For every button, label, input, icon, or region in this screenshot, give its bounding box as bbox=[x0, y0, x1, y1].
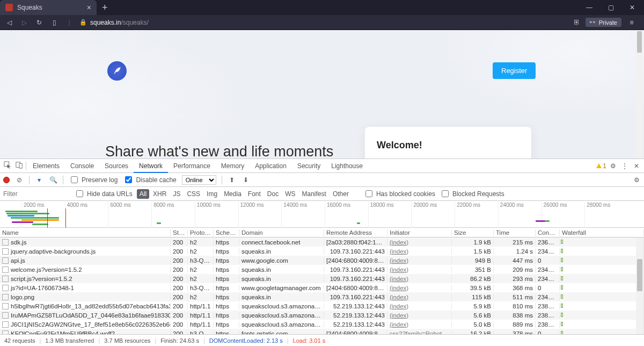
column-header-protocol[interactable]: Protocol bbox=[188, 229, 214, 236]
page-scrollbar[interactable] bbox=[636, 31, 643, 159]
file-icon bbox=[2, 330, 9, 335]
site-logo[interactable] bbox=[107, 61, 127, 81]
download-icon[interactable]: ⬇ bbox=[241, 176, 250, 184]
filter-toggle-icon[interactable]: ▾ bbox=[35, 176, 43, 184]
status-dcl: DOMContentLoaded: 2.13 s bbox=[209, 337, 283, 344]
table-row[interactable]: jquery.adaptive-backgrounds.js200h2https… bbox=[0, 247, 644, 256]
file-icon bbox=[2, 239, 9, 246]
column-header-domain[interactable]: Domain bbox=[239, 229, 324, 236]
close-window-icon[interactable]: ✕ bbox=[623, 4, 642, 11]
initiator-link[interactable]: (index) bbox=[387, 303, 452, 309]
table-row[interactable]: api.js200h3-Q050httpswww.google.com[2404… bbox=[0, 256, 644, 265]
shield-icon[interactable]: ⛨ bbox=[573, 18, 580, 26]
table-row[interactable]: logo.png200h2httpssqueaks.in109.73.160.2… bbox=[0, 292, 644, 301]
table-row[interactable]: J6CI1jNISc2AGW2NGtve_17_8fef51e8eb56c022… bbox=[0, 320, 644, 329]
throttling-select[interactable]: Online bbox=[182, 175, 216, 185]
filter-chip-font[interactable]: Font bbox=[245, 189, 264, 199]
record-button[interactable] bbox=[3, 177, 10, 183]
search-icon[interactable]: 🔍 bbox=[49, 176, 57, 184]
filter-chip-xhr[interactable]: XHR bbox=[150, 189, 169, 199]
filter-chip-manifest[interactable]: Manifest bbox=[299, 189, 329, 199]
column-header-status[interactable]: Status bbox=[171, 229, 188, 236]
panel-tab-application[interactable]: Application bbox=[250, 159, 292, 173]
close-tab-icon[interactable]: × bbox=[87, 3, 91, 12]
initiator-link[interactable]: (index) bbox=[387, 257, 452, 264]
status-resources: 3.7 MB resources bbox=[104, 337, 150, 344]
panel-tab-performance[interactable]: Performance bbox=[168, 159, 216, 173]
private-badge[interactable]: 👓 Private bbox=[586, 18, 621, 27]
inspect-icon[interactable] bbox=[2, 161, 13, 170]
table-row[interactable]: script.js?version=1.5.2200h2httpssqueaks… bbox=[0, 274, 644, 283]
table-row[interactable]: h5lbglhwR7jgti6dHo8r_13_ad82edd55b5d07eb… bbox=[0, 301, 644, 311]
filter-chip-js[interactable]: JS bbox=[170, 189, 183, 199]
url-box[interactable]: 🔒 squeaks.in/squeaks/ bbox=[79, 19, 568, 26]
column-header-waterfall[interactable]: Waterfall bbox=[560, 229, 644, 236]
panel-tab-security[interactable]: Security bbox=[292, 159, 326, 173]
table-row[interactable]: welcome.js?version=1.5.2200h2httpssqueak… bbox=[0, 265, 644, 274]
filter-input[interactable] bbox=[0, 187, 70, 200]
table-scrollbar[interactable] bbox=[636, 237, 643, 334]
column-header-remote-address[interactable]: Remote Address bbox=[324, 229, 387, 236]
filter-chip-ws[interactable]: WS bbox=[282, 189, 298, 199]
table-body[interactable]: sdk.js200h2httpsconnect.facebook.net[2a0… bbox=[0, 237, 644, 334]
filter-chip-all[interactable]: All bbox=[137, 189, 149, 199]
initiator-link[interactable]: (index) bbox=[387, 321, 452, 328]
warnings-badge[interactable]: 1 bbox=[596, 162, 606, 170]
initiator-link[interactable]: css2?family=Roboto:wght... bbox=[387, 330, 452, 335]
column-header-size[interactable]: Size bbox=[452, 229, 494, 236]
table-row[interactable]: js?id=UA-176067348-1200h3-Q050httpswww.g… bbox=[0, 283, 644, 292]
filter-chip-media[interactable]: Media bbox=[221, 189, 244, 199]
upload-icon[interactable]: ⬆ bbox=[228, 176, 236, 184]
device-toggle-icon[interactable] bbox=[14, 161, 25, 170]
settings-icon[interactable]: ⚙ bbox=[608, 162, 618, 170]
more-icon[interactable]: ⋮ bbox=[619, 162, 630, 170]
close-devtools-icon[interactable]: ✕ bbox=[631, 162, 642, 170]
status-requests: 42 requests bbox=[4, 337, 35, 344]
initiator-link[interactable]: (index) bbox=[387, 276, 452, 282]
filter-chip-css[interactable]: CSS bbox=[184, 189, 203, 199]
column-header-time[interactable]: Time bbox=[494, 229, 536, 236]
panel-tab-memory[interactable]: Memory bbox=[216, 159, 250, 173]
back-icon[interactable]: ◁ bbox=[4, 19, 14, 26]
column-header-initiator[interactable]: Initiator bbox=[387, 229, 452, 236]
has-blocked-cookies-checkbox[interactable]: Has blocked cookies bbox=[363, 189, 435, 199]
forward-icon[interactable]: ▷ bbox=[19, 19, 29, 26]
panel-tab-lighthouse[interactable]: Lighthouse bbox=[326, 159, 368, 173]
blocked-requests-checkbox[interactable]: Blocked Requests bbox=[440, 189, 504, 199]
browser-tab[interactable]: Squeaks × bbox=[0, 0, 97, 15]
table-row[interactable]: KFOlCnqEu92Fr1MmEU9fBBc4.woff2200h3-Q050… bbox=[0, 329, 644, 334]
initiator-link[interactable]: (index) bbox=[387, 266, 452, 273]
panel-tab-elements[interactable]: Elements bbox=[27, 159, 65, 173]
panel-tab-network[interactable]: Network bbox=[134, 159, 168, 173]
timeline-tick: 24000 ms bbox=[498, 202, 524, 228]
network-overview[interactable]: 2000 ms4000 ms6000 ms8000 ms10000 ms1200… bbox=[0, 201, 644, 228]
clear-icon[interactable]: ⊘ bbox=[15, 176, 24, 184]
initiator-link[interactable]: (index) bbox=[387, 294, 452, 300]
column-header-connect-[interactable]: Connect... bbox=[536, 229, 560, 236]
table-row[interactable]: IruMAPmGZ58TLuOdA5DD_17_0446e83a1b6faae9… bbox=[0, 311, 644, 320]
register-button[interactable]: Register bbox=[493, 62, 536, 79]
bookmark-icon[interactable]: ▯ bbox=[49, 19, 59, 26]
network-settings-icon[interactable]: ⚙ bbox=[632, 176, 641, 184]
reload-icon[interactable]: ↻ bbox=[34, 19, 44, 26]
disable-cache-checkbox[interactable]: Disable cache bbox=[123, 175, 176, 185]
initiator-link[interactable]: (index) bbox=[387, 248, 452, 255]
initiator-link[interactable]: (index) bbox=[387, 239, 452, 246]
table-row[interactable]: sdk.js200h2httpsconnect.facebook.net[2a0… bbox=[0, 237, 644, 247]
preserve-log-checkbox[interactable]: Preserve log bbox=[69, 175, 118, 185]
column-header-name[interactable]: Name bbox=[0, 229, 171, 236]
minimize-icon[interactable]: — bbox=[580, 4, 599, 11]
maximize-icon[interactable]: ▢ bbox=[601, 4, 620, 11]
panel-tab-sources[interactable]: Sources bbox=[99, 159, 134, 173]
initiator-link[interactable]: (index) bbox=[387, 312, 452, 319]
column-header-scheme[interactable]: Scheme bbox=[214, 229, 239, 236]
new-tab-button[interactable]: + bbox=[97, 2, 113, 13]
hide-data-urls-checkbox[interactable]: Hide data URLs bbox=[74, 189, 133, 199]
filter-chip-other[interactable]: Other bbox=[330, 189, 352, 199]
lock-icon[interactable]: 🔒 bbox=[79, 19, 87, 26]
filter-chip-img[interactable]: Img bbox=[204, 189, 220, 199]
filter-chip-doc[interactable]: Doc bbox=[265, 189, 281, 199]
menu-icon[interactable]: ≡ bbox=[627, 19, 636, 26]
panel-tab-console[interactable]: Console bbox=[65, 159, 99, 173]
initiator-link[interactable]: (index) bbox=[387, 285, 452, 291]
